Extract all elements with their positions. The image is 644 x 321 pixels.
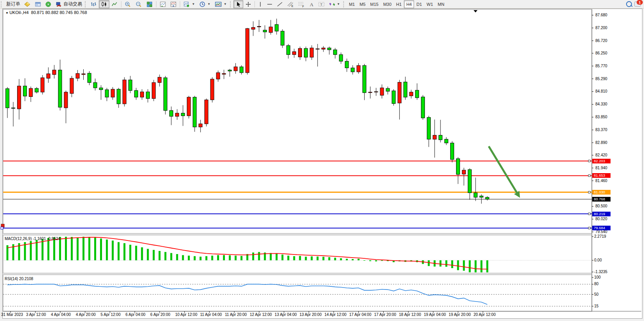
text-label-button[interactable]: T [316,0,327,8]
candle[interactable] [88,73,91,82]
candle[interactable] [6,89,9,108]
candle[interactable] [380,88,384,95]
line-anchor[interactable] [1,227,3,229]
candle[interactable] [474,193,477,197]
timeframe-D1[interactable]: D1 [414,0,424,8]
candle[interactable] [170,111,173,116]
new-order-button[interactable]: 新订单 [4,0,22,8]
crosshair-button[interactable] [243,0,253,8]
main-pane[interactable] [3,9,592,233]
candle[interactable] [451,143,454,159]
candle[interactable] [58,70,62,107]
candle[interactable] [117,89,120,104]
candle[interactable] [351,68,354,72]
candle[interactable] [456,159,460,174]
toolbar-grip[interactable] [343,1,346,7]
candle[interactable] [35,88,39,92]
candle[interactable] [193,97,197,127]
timeframe-M1[interactable]: M1 [347,0,357,8]
candle[interactable] [123,80,126,104]
candle[interactable] [128,80,132,90]
candle[interactable] [211,79,214,100]
zoom-in-button[interactable] [123,0,133,8]
search-icon[interactable] [626,1,632,7]
cursor-button[interactable] [233,0,243,8]
candle[interactable] [181,113,185,116]
candle[interactable] [269,27,272,32]
candle[interactable] [427,118,430,139]
indicator-window-2-button[interactable] [168,0,179,8]
candle[interactable] [111,89,114,97]
chart-canvas[interactable] [0,0,644,321]
equidistant-channel-button[interactable]: E [285,0,296,8]
candle[interactable] [486,197,489,199]
candle[interactable] [175,113,179,116]
periods-clock-button[interactable]: ▼ [197,0,213,8]
timeframe-H4[interactable]: H4 [404,0,414,8]
candle[interactable] [82,74,85,75]
candle[interactable] [298,49,302,57]
indicator-window-1-button[interactable] [158,0,168,8]
candle[interactable] [404,82,407,97]
candle[interactable] [76,74,79,78]
bar-chart-button[interactable] [88,0,99,8]
line-anchor[interactable] [588,175,590,177]
chevron-down-icon[interactable]: ▼ [207,2,211,6]
candle[interactable] [415,90,419,98]
candle[interactable] [433,135,436,139]
deposit-diamond-icon[interactable] [22,0,33,8]
candle[interactable] [105,90,109,97]
candle[interactable] [374,91,378,92]
candle[interactable] [345,61,349,68]
candle[interactable] [53,70,56,75]
candle[interactable] [292,52,296,55]
chart-menu-triangle-icon[interactable]: ▼ [5,11,9,15]
candle[interactable] [152,82,156,98]
candle[interactable] [275,25,278,31]
chevron-down-icon[interactable]: ▼ [337,2,340,6]
candle[interactable] [398,82,401,103]
tile-windows-button[interactable] [144,0,155,8]
candle[interactable] [93,82,97,88]
candle[interactable] [222,74,226,74]
line-chart-button[interactable] [109,0,120,8]
candle[interactable] [246,28,249,73]
candle[interactable] [357,65,360,72]
candle[interactable] [23,86,27,96]
timeframe-W1[interactable]: W1 [424,0,435,8]
chart-shift-marker[interactable] [474,10,477,12]
timeframe-M5[interactable]: M5 [357,0,368,8]
candle[interactable] [158,77,161,82]
notifications-icon[interactable]: 1 [634,2,641,7]
fibonacci-button[interactable]: F [296,0,307,8]
candle[interactable] [228,70,232,71]
text-button[interactable]: A [307,0,316,8]
timeframe-M30[interactable]: M30 [381,0,394,8]
toolbar-grip[interactable] [85,1,88,7]
candle[interactable] [445,139,448,143]
candle[interactable] [263,30,267,32]
candle[interactable] [99,88,103,90]
timeframe-H1[interactable]: H1 [394,0,404,8]
rsi-pane[interactable] [3,275,592,311]
candle[interactable] [18,86,21,109]
timeframe-MN[interactable]: MN [435,0,447,8]
candle[interactable] [216,73,220,79]
time-axis[interactable] [0,312,644,318]
candle[interactable] [205,100,208,124]
chart-template-button[interactable]: ▼ [213,0,229,8]
candle[interactable] [328,48,331,50]
chevron-down-icon[interactable]: ▼ [191,2,195,6]
trend-line-button[interactable] [275,0,285,8]
candle[interactable] [47,74,50,79]
candle[interactable] [164,78,167,111]
add-indicator-button[interactable]: ▼ [181,0,197,8]
candle[interactable] [421,97,425,118]
line-anchor[interactable] [588,227,590,229]
candle[interactable] [333,50,337,54]
candle[interactable] [64,92,68,108]
zoom-out-button[interactable] [133,0,144,8]
candle[interactable] [41,78,44,92]
candle[interactable] [70,78,74,93]
candle[interactable] [310,48,314,57]
